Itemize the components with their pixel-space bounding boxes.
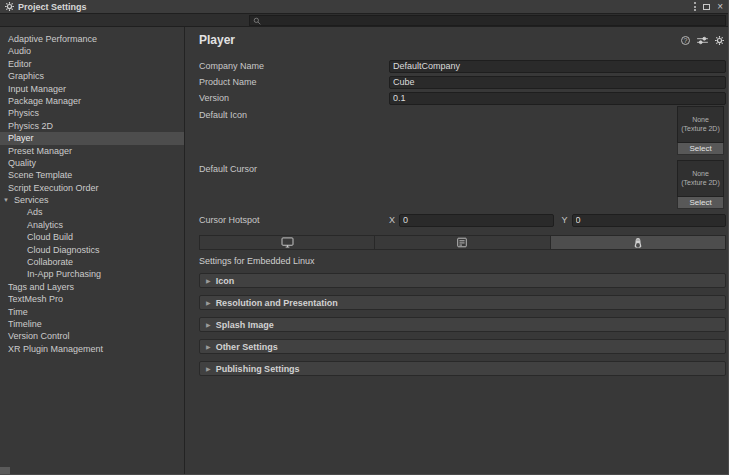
help-icon[interactable]: ?: [681, 36, 690, 45]
tab-desktop[interactable]: [200, 236, 375, 249]
default-icon-select-button[interactable]: Select: [677, 143, 724, 155]
sidebar-item-input-manager[interactable]: Input Manager: [0, 83, 184, 95]
settings-sidebar: Adaptive Performance Audio Editor Graphi…: [0, 27, 185, 474]
sidebar-item-preset-manager[interactable]: Preset Manager: [0, 145, 184, 157]
linux-penguin-icon: [633, 237, 643, 249]
default-icon-none-preview[interactable]: None (Texture 2D): [677, 106, 724, 143]
search-input[interactable]: [264, 16, 722, 25]
sidebar-item-script-execution-order[interactable]: Script Execution Order: [0, 182, 184, 194]
sidebar-item-tags-and-layers[interactable]: Tags and Layers: [0, 281, 184, 293]
sidebar-item-audio[interactable]: Audio: [0, 45, 184, 57]
version-field[interactable]: [389, 92, 726, 105]
section-publishing-settings[interactable]: ▶ Publishing Settings: [199, 361, 726, 376]
sidebar-item-textmesh-pro[interactable]: TextMesh Pro: [0, 293, 184, 305]
default-cursor-none-preview[interactable]: None (Texture 2D): [677, 160, 724, 197]
sidebar-item-adaptive-performance[interactable]: Adaptive Performance: [0, 33, 184, 45]
version-label: Version: [199, 93, 389, 103]
foldout-closed-icon: ▶: [206, 321, 211, 328]
sidebar-item-editor[interactable]: Editor: [0, 58, 184, 70]
sidebar-item-version-control[interactable]: Version Control: [0, 330, 184, 342]
sidebar-item-collaborate[interactable]: Collaborate: [0, 256, 184, 268]
company-name-label: Company Name: [199, 61, 389, 71]
settings-for-platform-label: Settings for Embedded Linux: [199, 256, 726, 266]
sidebar-item-physics-2d[interactable]: Physics 2D: [0, 120, 184, 132]
sidebar-item-xr-plugin-management[interactable]: XR Plugin Management: [0, 343, 184, 355]
sidebar-item-in-app-purchasing[interactable]: In-App Purchasing: [0, 268, 184, 280]
search-box[interactable]: [249, 15, 726, 26]
page-title: Player: [199, 33, 235, 47]
sidebar-item-quality[interactable]: Quality: [0, 157, 184, 169]
project-settings-window: Project Settings × Adaptive Performance …: [0, 0, 729, 475]
cursor-hotspot-y-field[interactable]: [572, 214, 727, 227]
platform-tab-bar: [199, 235, 726, 250]
default-icon-object-field[interactable]: None (Texture 2D) Select: [677, 106, 724, 155]
sidebar-item-graphics[interactable]: Graphics: [0, 70, 184, 82]
y-axis-label: Y: [562, 215, 572, 225]
foldout-open-icon[interactable]: ▼: [3, 194, 9, 206]
foldout-closed-icon: ▶: [206, 277, 211, 284]
sidebar-item-scene-template[interactable]: Scene Template: [0, 169, 184, 181]
cursor-hotspot-x-field[interactable]: [399, 214, 554, 227]
sidebar-item-time[interactable]: Time: [0, 306, 184, 318]
sidebar-item-physics[interactable]: Physics: [0, 107, 184, 119]
close-icon[interactable]: ×: [717, 2, 723, 12]
foldout-closed-icon: ▶: [206, 365, 211, 372]
cursor-hotspot-label: Cursor Hotspot: [199, 215, 389, 225]
tab-dedicated-server[interactable]: [375, 236, 550, 249]
section-splash-image[interactable]: ▶ Splash Image: [199, 317, 726, 332]
sidebar-item-timeline[interactable]: Timeline: [0, 318, 184, 330]
company-name-field[interactable]: [389, 60, 726, 73]
sidebar-item-ads[interactable]: Ads: [0, 206, 184, 218]
player-settings-panel: Player ? Company Name Product Name: [185, 27, 728, 474]
product-name-field[interactable]: [389, 76, 726, 89]
gear-icon: [5, 2, 14, 11]
server-icon: [456, 237, 468, 248]
desktop-monitor-icon: [281, 237, 294, 248]
x-axis-label: X: [389, 215, 399, 225]
horizontal-scrollbar-thumb[interactable]: [0, 467, 10, 474]
sidebar-item-cloud-build[interactable]: Cloud Build: [0, 231, 184, 243]
sidebar-item-player[interactable]: Player: [0, 132, 184, 144]
sidebar-item-package-manager[interactable]: Package Manager: [0, 95, 184, 107]
default-icon-label: Default Icon: [199, 110, 389, 120]
preset-icon[interactable]: [697, 36, 708, 45]
section-resolution-and-presentation[interactable]: ▶ Resolution and Presentation: [199, 295, 726, 310]
default-cursor-label: Default Cursor: [199, 164, 389, 174]
sidebar-item-analytics[interactable]: Analytics: [0, 219, 184, 231]
default-cursor-object-field[interactable]: None (Texture 2D) Select: [677, 160, 724, 209]
window-menu-icon[interactable]: [694, 2, 696, 11]
product-name-label: Product Name: [199, 77, 389, 87]
foldout-closed-icon: ▶: [206, 343, 211, 350]
search-icon: [253, 17, 261, 25]
window-title: Project Settings: [18, 2, 87, 12]
sidebar-item-cloud-diagnostics[interactable]: Cloud Diagnostics: [0, 244, 184, 256]
section-other-settings[interactable]: ▶ Other Settings: [199, 339, 726, 354]
default-cursor-select-button[interactable]: Select: [677, 197, 724, 209]
tab-embedded-linux[interactable]: [551, 236, 725, 249]
maximize-icon[interactable]: [703, 4, 710, 10]
settings-gear-icon[interactable]: [715, 36, 724, 45]
toolbar: [0, 14, 728, 27]
title-bar: Project Settings ×: [0, 0, 728, 14]
foldout-closed-icon: ▶: [206, 299, 211, 306]
section-icon[interactable]: ▶ Icon: [199, 273, 726, 288]
sidebar-item-services[interactable]: ▼Services: [0, 194, 184, 206]
